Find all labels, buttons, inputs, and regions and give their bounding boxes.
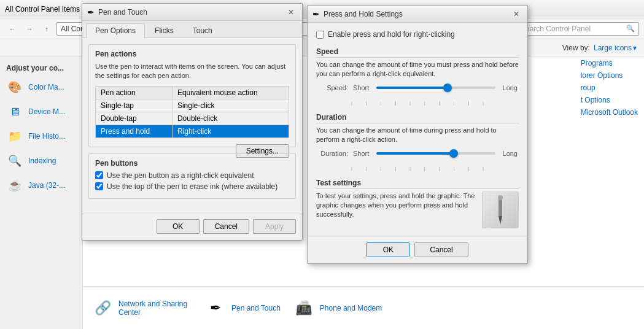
speed-desc: You can change the amount of time you mu… bbox=[316, 60, 519, 79]
table-row[interactable]: Single-tap Single-click bbox=[96, 99, 289, 112]
pen-touch-apply-button[interactable]: Apply bbox=[253, 219, 296, 234]
pen-touch-footer: OK Cancel Apply bbox=[82, 214, 302, 240]
back-button[interactable]: ← bbox=[5, 21, 20, 36]
duration-section: Duration You can change the amount of ti… bbox=[316, 113, 519, 171]
duration-long-label: Long bbox=[503, 150, 518, 157]
phone-modem-item[interactable]: 📠 Phone and Modem bbox=[293, 297, 382, 319]
table-row[interactable]: Double-tap Double-click bbox=[96, 112, 289, 125]
test-settings-desc: To test your settings, press and hold th… bbox=[316, 192, 476, 220]
press-hold-body: Enable press and hold for right-clicking… bbox=[308, 23, 527, 236]
action-press-hold: Press and hold bbox=[96, 125, 173, 137]
sidebar-heading: Adjust your co... bbox=[0, 61, 82, 75]
duration-short-label: Short bbox=[353, 150, 369, 157]
color-management-icon: 🎨 bbox=[6, 79, 23, 96]
pen-actions-legend: Pen actions bbox=[95, 50, 289, 58]
sidebar-item-color-management[interactable]: 🎨 Color Ma... bbox=[0, 75, 82, 99]
indexing-icon: 🔍 bbox=[6, 152, 23, 169]
cp-sidebar: Adjust your co... 🎨 Color Ma... 🖥 Device… bbox=[0, 56, 83, 329]
table-row-selected[interactable]: Press and hold Right-click bbox=[96, 125, 289, 137]
sidebar-item-indexing[interactable]: 🔍 Indexing bbox=[0, 149, 82, 173]
forward-button[interactable]: → bbox=[22, 21, 37, 36]
test-settings-graphic[interactable] bbox=[482, 192, 519, 228]
pen-touch-titlebar: ✒ Pen and Touch ✕ bbox=[82, 4, 302, 21]
checkbox-erase-ink-input[interactable] bbox=[95, 182, 103, 190]
view-mode-dropdown[interactable]: Large icons ▾ bbox=[594, 44, 637, 52]
sidebar-label-device: Device M... bbox=[28, 107, 65, 116]
programs-item[interactable]: Programs bbox=[581, 59, 638, 68]
group-item[interactable]: roup bbox=[581, 83, 638, 92]
speed-slider-label: Speed: bbox=[317, 84, 348, 91]
press-hold-window-icon: ✒ bbox=[312, 9, 320, 19]
pen-touch-cancel-button[interactable]: Cancel bbox=[203, 219, 249, 234]
pen-actions-desc: Use the pen to interact with items on th… bbox=[95, 62, 289, 81]
col-mouse-action: Equivalent mouse action bbox=[172, 86, 289, 99]
duration-slider-track[interactable] bbox=[376, 152, 495, 155]
stylus-svg bbox=[485, 193, 516, 226]
press-hold-cancel-button[interactable]: Cancel bbox=[414, 242, 468, 257]
speed-long-label: Long bbox=[503, 84, 518, 91]
pen-touch-item[interactable]: ✒ Pen and Touch bbox=[204, 297, 281, 319]
sidebar-item-file-history[interactable]: 📁 File Histo... bbox=[0, 124, 82, 149]
speed-slider-fill bbox=[376, 87, 448, 89]
enable-press-hold-checkbox[interactable] bbox=[316, 31, 324, 39]
options-item[interactable]: t Options bbox=[581, 96, 638, 104]
action-single-tap: Single-tap bbox=[96, 99, 173, 112]
pen-touch-ok-button[interactable]: OK bbox=[157, 219, 200, 234]
duration-title: Duration bbox=[316, 113, 519, 123]
press-hold-close-button[interactable]: ✕ bbox=[510, 8, 522, 20]
pen-buttons-legend: Pen buttons bbox=[95, 159, 289, 168]
enable-press-hold-label: Enable press and hold for right-clicking bbox=[328, 30, 455, 39]
up-button[interactable]: ↑ bbox=[39, 21, 54, 36]
enable-press-hold-row[interactable]: Enable press and hold for right-clicking bbox=[316, 30, 519, 39]
sidebar-label-indexing: Indexing bbox=[28, 157, 56, 165]
mouse-right-click: Right-click bbox=[172, 125, 289, 137]
mouse-single-click: Single-click bbox=[172, 99, 289, 112]
duration-ticks: |||||||||| bbox=[316, 166, 519, 171]
press-hold-window: ✒ Press and Hold Settings ✕ Enable press… bbox=[307, 5, 528, 264]
test-settings-section: Test settings To test your settings, pre… bbox=[316, 179, 519, 228]
checkbox-right-click-equiv[interactable]: Use the pen button as a right-click equi… bbox=[95, 171, 289, 180]
pen-touch-close-button[interactable]: ✕ bbox=[285, 6, 297, 18]
speed-slider-thumb[interactable] bbox=[443, 83, 452, 92]
svg-marker-1 bbox=[499, 216, 502, 225]
test-settings-body: To test your settings, press and hold th… bbox=[316, 192, 519, 228]
duration-slider-thumb[interactable] bbox=[449, 149, 458, 158]
press-hold-window-title: Press and Hold Settings bbox=[324, 10, 506, 18]
chevron-down-icon: ▾ bbox=[633, 44, 637, 52]
pen-touch-body: Pen actions Use the pen to interact with… bbox=[82, 38, 302, 211]
sidebar-item-java[interactable]: ☕ Java (32-... bbox=[0, 173, 82, 198]
pen-touch-icon: ✒ bbox=[204, 297, 227, 319]
test-settings-title: Test settings bbox=[316, 179, 519, 189]
network-sharing-item[interactable]: 🔗 Network and Sharing Center bbox=[91, 297, 192, 319]
sidebar-item-device-manager[interactable]: 🖥 Device M... bbox=[0, 99, 82, 124]
speed-slider-row: Speed: Short Long bbox=[316, 84, 519, 91]
duration-desc: You can change the amount of time during… bbox=[316, 126, 519, 145]
tab-flicks[interactable]: Flicks bbox=[145, 23, 183, 37]
pen-touch-tab-bar: Pen Options Flicks Touch bbox=[82, 21, 302, 38]
sidebar-label-filehistory: File Histo... bbox=[28, 132, 65, 141]
java-icon: ☕ bbox=[6, 177, 23, 194]
pen-touch-label: Pen and Touch bbox=[231, 304, 281, 312]
explorer-options-item[interactable]: lorer Options bbox=[581, 71, 638, 80]
speed-section: Speed You can change the amount of time … bbox=[316, 47, 519, 106]
speed-slider-track[interactable] bbox=[376, 87, 495, 89]
duration-slider-fill bbox=[376, 152, 454, 155]
pen-actions-table: Pen action Equivalent mouse action Singl… bbox=[95, 86, 289, 138]
col-pen-action: Pen action bbox=[96, 86, 173, 99]
checkbox-right-click-label: Use the pen button as a right-click equi… bbox=[107, 171, 254, 180]
tab-pen-options[interactable]: Pen Options bbox=[86, 23, 145, 38]
press-hold-ok-button[interactable]: OK bbox=[367, 242, 409, 257]
device-manager-icon: 🖥 bbox=[6, 103, 23, 120]
phone-modem-icon: 📠 bbox=[293, 297, 315, 319]
checkbox-right-click-input[interactable] bbox=[95, 171, 103, 179]
search-box[interactable]: Search Control Panel 🔍 bbox=[516, 22, 639, 36]
microsoft-outlook-item[interactable]: Microsoft Outlook bbox=[581, 108, 638, 117]
duration-slider-label: Duration: bbox=[317, 150, 348, 157]
pen-touch-window-icon: ✒ bbox=[87, 7, 95, 17]
tab-touch[interactable]: Touch bbox=[184, 23, 222, 37]
network-sharing-label: Network and Sharing Center bbox=[118, 300, 192, 317]
checkbox-erase-ink[interactable]: Use the top of the pen to erase ink (whe… bbox=[95, 182, 289, 191]
pen-actions-section: Pen actions Use the pen to interact with… bbox=[88, 44, 296, 147]
speed-title: Speed bbox=[316, 47, 519, 58]
sidebar-label-java: Java (32-... bbox=[28, 181, 65, 190]
